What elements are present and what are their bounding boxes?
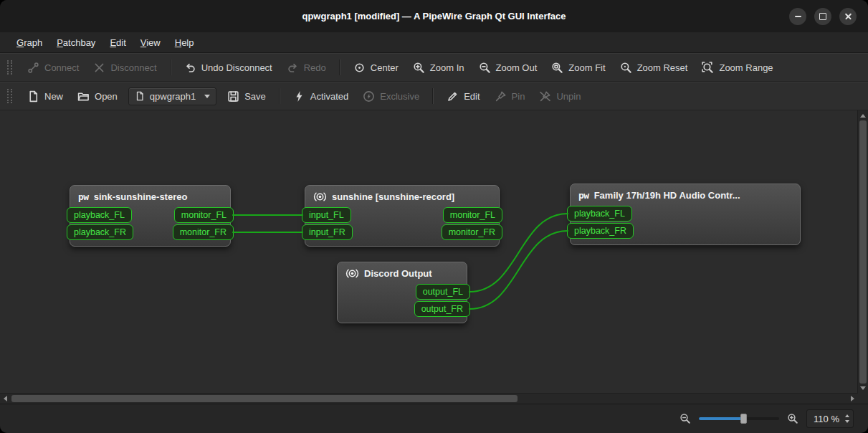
- center-icon: [353, 62, 366, 74]
- menu-view[interactable]: View: [134, 34, 167, 51]
- port-monitor-fl[interactable]: monitor_FL: [174, 207, 234, 223]
- port-input-fr[interactable]: input_FR: [302, 224, 353, 240]
- vertical-scroll-thumb[interactable]: [859, 120, 867, 384]
- pipewire-icon: pw: [78, 191, 89, 202]
- horizontal-scrollbar[interactable]: [0, 393, 858, 404]
- menu-graph[interactable]: Graph: [10, 34, 49, 51]
- unpin-button[interactable]: Unpin: [533, 86, 587, 107]
- port-playback-fl[interactable]: playback_FL: [67, 207, 132, 223]
- exclusive-icon: [363, 90, 375, 103]
- activated-button[interactable]: Activated: [287, 86, 355, 107]
- port-monitor-fr[interactable]: monitor_FR: [173, 224, 234, 240]
- port-playback-fr[interactable]: playback_FR: [567, 223, 634, 239]
- window-controls: [789, 0, 857, 32]
- connect-button[interactable]: Connect: [21, 57, 85, 78]
- minimize-icon: [795, 16, 801, 17]
- pin-button[interactable]: Pin: [488, 86, 532, 107]
- zoom-slider-thumb[interactable]: [740, 414, 747, 424]
- new-file-icon: [27, 90, 39, 103]
- zoom-out-button[interactable]: Zoom Out: [472, 57, 544, 78]
- port-output-fl[interactable]: output_FL: [416, 284, 470, 300]
- menu-edit[interactable]: Edit: [103, 34, 132, 51]
- save-button[interactable]: Save: [221, 86, 272, 107]
- node-title: Discord Output: [364, 268, 432, 279]
- redo-button[interactable]: Redo: [280, 57, 333, 78]
- scroll-down-icon[interactable]: [860, 386, 866, 390]
- zoom-reset-label: Zoom Reset: [637, 62, 688, 73]
- vertical-scrollbar[interactable]: [857, 110, 868, 394]
- horizontal-scroll-thumb[interactable]: [11, 395, 518, 402]
- zoom-range-button[interactable]: Zoom Range: [695, 57, 779, 78]
- zoom-in-button[interactable]: Zoom In: [406, 57, 471, 78]
- node-title: sunshine [sunshine-record]: [332, 191, 454, 202]
- node-sunshine-record[interactable]: sunshine [sunshine-record] input_FL moni…: [305, 185, 500, 247]
- zoom-reset-icon: [620, 62, 632, 74]
- zoom-fit-button[interactable]: Zoom Fit: [545, 57, 611, 78]
- port-monitor-fr[interactable]: monitor_FR: [442, 224, 502, 240]
- zoom-in-label: Zoom In: [430, 62, 464, 73]
- node-header: pw sink-sunshine-stereo: [70, 189, 230, 206]
- spin-down-icon[interactable]: [845, 420, 849, 423]
- toolbar-grip[interactable]: [7, 89, 12, 103]
- exclusive-button[interactable]: Exclusive: [356, 86, 426, 107]
- pencil-icon: [447, 90, 459, 103]
- zoom-reset-button[interactable]: Zoom Reset: [614, 57, 695, 78]
- exclusive-label: Exclusive: [380, 91, 419, 102]
- toolbar-separator: [170, 60, 171, 75]
- scrollbar-corner: [858, 394, 868, 404]
- spin-up-icon[interactable]: [845, 414, 849, 417]
- status-bar: 110 %: [0, 404, 868, 433]
- port-monitor-fl[interactable]: monitor_FL: [443, 207, 502, 223]
- edit-button[interactable]: Edit: [440, 86, 486, 107]
- redo-icon: [287, 62, 299, 74]
- disconnect-label: Disconnect: [110, 62, 156, 73]
- disconnect-icon: [93, 62, 105, 74]
- activated-label: Activated: [310, 91, 348, 102]
- zoom-slider[interactable]: [699, 412, 779, 425]
- graph-toolbar: Connect Disconnect Undo Disconnect Redo …: [0, 53, 868, 82]
- connection-wires: [0, 110, 868, 404]
- pin-icon: [495, 90, 507, 103]
- zoom-slider-track: [699, 417, 779, 420]
- zoom-spinbox[interactable]: 110 %: [806, 409, 854, 428]
- disconnect-button[interactable]: Disconnect: [87, 57, 163, 78]
- patchbay-toolbar: New Open qpwgraph1 Save Activated Exclus…: [0, 82, 868, 110]
- menu-patchbay[interactable]: Patchbay: [50, 34, 102, 51]
- port-output-fr[interactable]: output_FR: [414, 301, 470, 317]
- menu-bar: Graph Patchbay Edit View Help: [0, 32, 868, 53]
- node-title: Family 17h/19h HD Audio Contr...: [594, 190, 740, 201]
- menu-help[interactable]: Help: [168, 34, 201, 51]
- scroll-up-icon[interactable]: [860, 114, 866, 118]
- port-playback-fl[interactable]: playback_FL: [567, 206, 632, 222]
- open-folder-icon: [77, 90, 90, 103]
- patchbay-file-combo[interactable]: qpwgraph1: [128, 87, 216, 105]
- new-label: New: [44, 91, 63, 102]
- close-button[interactable]: [839, 8, 857, 25]
- zoom-range-label: Zoom Range: [719, 62, 773, 73]
- new-button[interactable]: New: [21, 86, 70, 107]
- zoom-fit-label: Zoom Fit: [568, 62, 605, 73]
- scroll-right-icon[interactable]: [851, 396, 854, 401]
- scroll-left-icon[interactable]: [4, 396, 7, 401]
- minimize-button[interactable]: [789, 8, 806, 25]
- zoom-in-icon[interactable]: [787, 413, 798, 424]
- undo-disconnect-button[interactable]: Undo Disconnect: [178, 57, 279, 78]
- open-label: Open: [95, 91, 118, 102]
- node-family-hd-audio[interactable]: pw Family 17h/19h HD Audio Contr... play…: [570, 184, 801, 245]
- toolbar-grip[interactable]: [7, 60, 12, 75]
- pin-label: Pin: [512, 91, 525, 102]
- zoom-out-icon[interactable]: [679, 413, 691, 424]
- node-sink-sunshine-stereo[interactable]: pw sink-sunshine-stereo playback_FL moni…: [70, 185, 231, 247]
- node-discord-output[interactable]: Discord Output output_FL output_FR: [337, 262, 467, 323]
- save-icon: [227, 90, 239, 103]
- center-button[interactable]: Center: [347, 57, 405, 78]
- node-header: pw Family 17h/19h HD Audio Contr...: [571, 188, 800, 205]
- port-input-fl[interactable]: input_FL: [302, 207, 351, 223]
- open-button[interactable]: Open: [71, 86, 124, 107]
- port-playback-fr[interactable]: playback_FR: [67, 224, 133, 240]
- zoom-in-icon: [413, 62, 425, 74]
- maximize-button[interactable]: [814, 8, 831, 25]
- undo-icon: [184, 62, 196, 74]
- graph-canvas[interactable]: pw sink-sunshine-stereo playback_FL moni…: [0, 110, 868, 404]
- unpin-icon: [539, 90, 551, 103]
